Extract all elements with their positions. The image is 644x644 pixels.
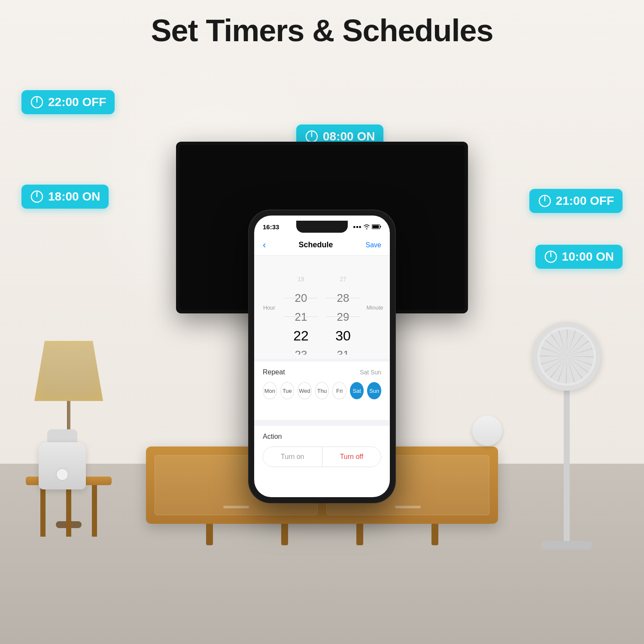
side-table [26,477,112,537]
day-wed[interactable]: Wed [298,382,312,399]
fan-head [532,322,601,391]
minute-item: 31 [322,345,364,355]
smart-speaker [472,416,502,446]
day-sun[interactable]: Sun [367,382,381,399]
power-icon [30,95,44,109]
phone-notch [296,221,348,233]
turn-off-button[interactable]: Turn off [322,447,381,467]
hour-column[interactable]: 19 20 21 22 23 00 01 [280,260,322,355]
status-time: 16:33 [263,223,279,231]
app-header: ‹ Schedule Save [254,234,390,256]
hour-label: Hour [258,304,280,311]
humidifier-body [39,442,86,489]
fan-pole [564,391,570,541]
repeat-label: Repeat [263,368,285,376]
lamp-shade [34,341,103,401]
hour-item: 20 [280,289,322,307]
hour-item: 23 [280,345,322,355]
svg-rect-12 [373,225,379,228]
power-icon [538,194,552,208]
table-legs [26,485,112,537]
schedule-title: Schedule [298,240,333,249]
action-buttons: Turn on Turn off [263,447,381,467]
cabinet-leg [356,524,363,545]
repeat-header: Repeat Sat Sun [263,368,381,376]
timer-badge-21-off: 21:00 OFF [529,189,623,213]
timer-badge-18-on: 18:00 ON [21,185,109,209]
action-label: Action [263,433,381,440]
day-fri-label: Fri [336,388,343,394]
drawer-handle-right [395,506,421,508]
day-sat-label: Sat [352,388,361,394]
days-row: Mon Tue Wed Thu Fri Sat Sun [263,382,381,399]
day-sun-label: Sun [369,388,379,394]
time-picker[interactable]: Hour 19 20 21 22 23 00 01 [254,256,390,359]
turn-off-label: Turn off [340,453,363,461]
day-tue[interactable]: Tue [280,382,295,399]
timer-badge-10-on: 10:00 ON [535,245,623,269]
action-section: Action Turn on Turn off [254,426,390,474]
drawer-handle-left [223,506,249,508]
svg-rect-11 [380,226,381,228]
lamp-area [34,341,103,528]
badge-21-off-label: 21:00 OFF [556,194,614,208]
status-icons: ●●● [353,224,381,229]
save-button[interactable]: Save [366,241,381,249]
minute-label: Minute [364,304,386,311]
day-fri[interactable]: Fri [332,382,346,399]
table-leg [92,485,97,537]
minute-item: 27 [322,270,364,289]
battery-icon [372,224,381,229]
fan-area [532,322,601,550]
humidifier [39,429,86,489]
badge-22-off-label: 22:00 OFF [48,95,106,109]
page-title: Set Timers & Schedules [0,13,644,48]
timer-badge-22-off: 22:00 OFF [21,90,115,114]
cabinet-leg [281,524,288,545]
day-tue-label: Tue [283,388,292,394]
minute-item: 29 [322,307,364,326]
section-divider-2 [254,420,390,426]
cabinet-leg [206,524,213,545]
badge-10-on-label: 10:00 ON [562,250,614,264]
power-icon [544,250,558,264]
hour-item-selected: 22 [280,326,322,345]
back-button[interactable]: ‹ [263,240,266,251]
repeat-section: Repeat Sat Sun Mon Tue Wed Thu Fri [254,361,390,406]
humidifier-button [56,468,69,481]
wifi-icon [363,224,370,229]
table-leg [66,485,71,537]
day-mon[interactable]: Mon [263,382,277,399]
turn-on-label: Turn on [281,453,304,461]
minute-item: 28 [322,289,364,307]
cabinet-leg [431,524,438,545]
floor-fan [532,322,601,550]
minute-column[interactable]: 27 28 29 30 31 32 33 [322,260,364,355]
humidifier-top [47,429,77,442]
power-icon [30,190,44,204]
repeat-value: Sat Sun [360,369,381,376]
table-leg [40,485,46,537]
phone-screen: 16:33 ●●● ‹ Schedule Save [254,216,390,497]
minute-item-selected: 30 [322,326,364,345]
cabinet-legs [146,524,498,545]
badge-18-on-label: 18:00 ON [48,190,100,204]
day-sat[interactable]: Sat [350,382,364,399]
day-wed-label: Wed [299,388,310,394]
fan-grille [540,329,594,383]
smartphone: 16:33 ●●● ‹ Schedule Save [249,210,395,502]
hour-item: 19 [280,270,322,289]
day-mon-label: Mon [264,388,275,394]
signal-icon: ●●● [353,224,361,229]
day-thu-label: Thu [317,388,327,394]
fan-base [541,541,592,550]
hour-item: 21 [280,307,322,326]
day-thu[interactable]: Thu [315,382,329,399]
turn-on-button[interactable]: Turn on [263,447,322,467]
